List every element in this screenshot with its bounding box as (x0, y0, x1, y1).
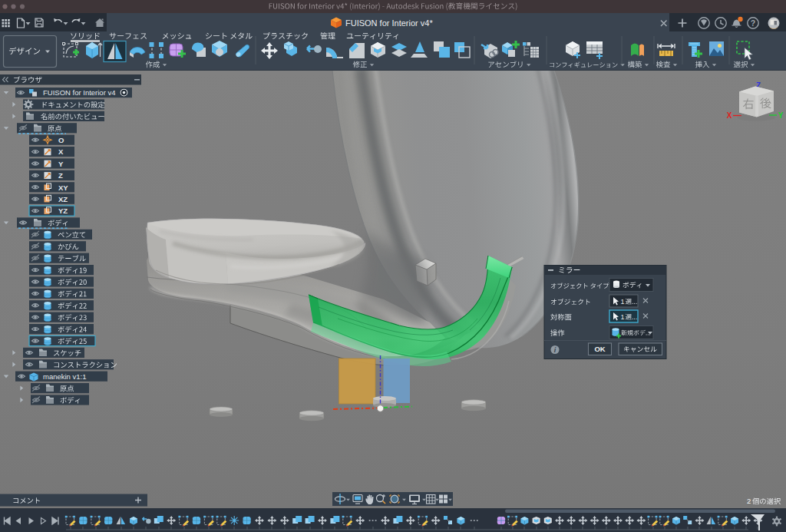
svg-text:1: 1 (621, 298, 625, 306)
svg-text:manekin v1:1: manekin v1:1 (43, 372, 87, 381)
svg-text:X: X (58, 147, 64, 156)
svg-text:OK: OK (594, 345, 605, 353)
svg-text:Z: Z (58, 171, 63, 180)
svg-text:1: 1 (621, 313, 625, 321)
svg-text:YZ: YZ (58, 207, 68, 215)
svg-text:FUISON for Interior v4: FUISON for Interior v4 (43, 88, 116, 97)
svg-text:Y: Y (778, 111, 784, 120)
svg-text:?: ? (751, 18, 755, 28)
svg-text:X: X (727, 111, 732, 120)
svg-text:XY: XY (58, 183, 68, 192)
svg-text:O: O (58, 136, 64, 144)
svg-text:Y: Y (58, 160, 64, 168)
svg-text:XZ: XZ (58, 195, 68, 203)
svg-text:FUISON for Interior v4*: FUISON for Interior v4* (345, 18, 433, 28)
svg-text:2: 2 (747, 497, 751, 505)
